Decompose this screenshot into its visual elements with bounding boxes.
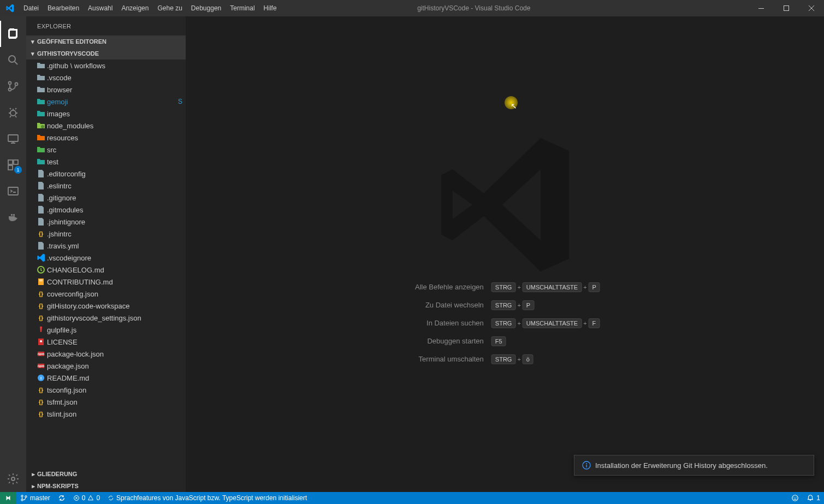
section-label: GLIEDERUNG [37, 471, 77, 477]
tree-item[interactable]: {}tslint.json [26, 408, 186, 420]
menu-auswahl[interactable]: Auswahl [84, 0, 117, 16]
section-npm[interactable]: ▾ NPM-SKRIPTS [26, 480, 186, 492]
minimize-button[interactable] [749, 0, 774, 16]
tree-item[interactable]: .github \ workflows [26, 60, 186, 72]
tree-item[interactable]: CONTRIBUTING.md [26, 276, 186, 288]
section-open-editors[interactable]: ▾ GEÖFFNETE EDITOREN [26, 35, 186, 48]
tree-item[interactable]: {}githistoryvscode_settings.json [26, 312, 186, 324]
tree-item[interactable]: test [26, 156, 186, 168]
tree-item[interactable]: browser [26, 84, 186, 96]
errors-count: 0 [82, 494, 86, 502]
shortcut-label: In Dateien suchen [408, 314, 490, 332]
tree-item[interactable]: npmpackage-lock.json [26, 348, 186, 360]
chevron-down-icon: ▾ [28, 38, 37, 45]
tree-item[interactable]: resources [26, 132, 186, 144]
close-button[interactable] [799, 0, 824, 16]
file-icon [35, 169, 47, 178]
file-label: test [47, 158, 175, 166]
svg-text:{}: {} [39, 230, 44, 237]
svg-point-6 [10, 110, 16, 116]
svg-rect-10 [8, 165, 13, 170]
file-icon [35, 157, 47, 166]
activity-scm[interactable] [0, 73, 26, 99]
activity-settings[interactable] [0, 466, 26, 492]
tree-item[interactable]: gemojiS [26, 96, 186, 108]
svg-rect-9 [14, 160, 18, 164]
tree-item[interactable]: LICENSE [26, 336, 186, 348]
tree-item[interactable]: {}tsconfig.json [26, 384, 186, 396]
tree-item[interactable]: {}gitHistory.code-workspace [26, 300, 186, 312]
shortcut-row: In Dateien suchenSTRG+UMSCHALTTASTE+F [408, 314, 601, 332]
file-icon [35, 241, 47, 250]
tree-item[interactable]: .jshintignore [26, 216, 186, 228]
status-language-loading[interactable]: Sprachfeatures von JavaScript bzw. TypeS… [104, 492, 311, 504]
activity-debug[interactable] [0, 99, 26, 126]
file-label: LICENSE [47, 338, 175, 346]
menu-hilfe[interactable]: Hilfe [259, 0, 281, 16]
tree-item[interactable]: {}.jshintrc [26, 228, 186, 240]
menu-debuggen[interactable]: Debuggen [187, 0, 226, 16]
menu-terminal[interactable]: Terminal [226, 0, 259, 16]
file-label: gemoji [47, 98, 175, 106]
file-icon: npm [35, 349, 47, 358]
file-label: .vscode [47, 74, 175, 82]
menu-anzeigen[interactable]: Anzeigen [117, 0, 153, 16]
tree-item[interactable]: gulpfile.js [26, 324, 186, 336]
svg-text:npm: npm [38, 352, 45, 355]
menu-bearbeiten[interactable]: Bearbeiten [43, 0, 84, 16]
status-sync[interactable] [54, 492, 69, 504]
tree-item[interactable]: .eslintrc [26, 180, 186, 192]
file-label: gulpfile.js [47, 326, 175, 334]
tree-item[interactable]: {}coverconfig.json [26, 288, 186, 300]
tree-item[interactable]: .travis.yml [26, 240, 186, 252]
svg-rect-35 [586, 465, 586, 467]
activity-console[interactable] [0, 178, 26, 204]
activity-extensions[interactable]: 1 [0, 152, 26, 178]
activity-docker[interactable] [0, 204, 26, 230]
file-icon [35, 205, 47, 214]
status-bell[interactable]: 1 [803, 492, 824, 504]
tree-item[interactable]: node_modules [26, 120, 186, 132]
svg-point-34 [586, 463, 587, 464]
tree-item[interactable]: CHANGELOG.md [26, 264, 186, 276]
file-icon: npm [35, 361, 47, 370]
maximize-button[interactable] [774, 0, 799, 16]
tree-item[interactable]: .editorconfig [26, 168, 186, 180]
tree-item[interactable]: iREADME.md [26, 372, 186, 384]
notification-toast[interactable]: Installation der Erweiterung Git History… [574, 455, 814, 476]
svg-point-23 [40, 340, 42, 342]
file-label: .vscodeignore [47, 254, 175, 262]
section-outline[interactable]: ▾ GLIEDERUNG [26, 468, 186, 480]
file-label: package-lock.json [47, 350, 175, 358]
status-remote[interactable] [0, 492, 16, 504]
file-label: browser [47, 86, 175, 94]
svg-point-37 [21, 499, 23, 501]
tree-item[interactable]: src [26, 144, 186, 156]
shortcut-keys: STRG+ö [490, 350, 601, 368]
activity-remote[interactable] [0, 126, 26, 152]
file-label: tslint.json [47, 410, 175, 418]
menu-datei[interactable]: Datei [19, 0, 43, 16]
tree-item[interactable]: .gitignore [26, 192, 186, 204]
tree-item[interactable]: {}tsfmt.json [26, 396, 186, 408]
file-icon [35, 265, 47, 274]
status-feedback[interactable] [787, 492, 803, 504]
file-label: .travis.yml [47, 242, 175, 250]
file-tree[interactable]: .github \ workflows.vscodebrowsergemojiS… [26, 60, 186, 468]
activity-search[interactable] [0, 47, 26, 73]
file-icon [35, 337, 47, 346]
tree-item[interactable]: .vscodeignore [26, 252, 186, 264]
file-icon [35, 61, 47, 70]
menubar: Datei Bearbeiten Auswahl Anzeigen Gehe z… [19, 0, 281, 16]
tree-item[interactable]: .vscode [26, 72, 186, 84]
activity-explorer[interactable] [0, 21, 26, 47]
menu-gehezu[interactable]: Gehe zu [153, 0, 186, 16]
tree-item[interactable]: .gitmodules [26, 204, 186, 216]
section-label: NPM-SKRIPTS [37, 483, 79, 489]
section-project[interactable]: ▾ GITHISTORYVSCODE [26, 48, 186, 60]
tree-item[interactable]: images [26, 108, 186, 120]
status-branch[interactable]: master [16, 492, 54, 504]
status-problems[interactable]: 0 0 [69, 492, 104, 504]
tree-item[interactable]: npmpackage.json [26, 360, 186, 372]
file-status: S [175, 98, 186, 105]
